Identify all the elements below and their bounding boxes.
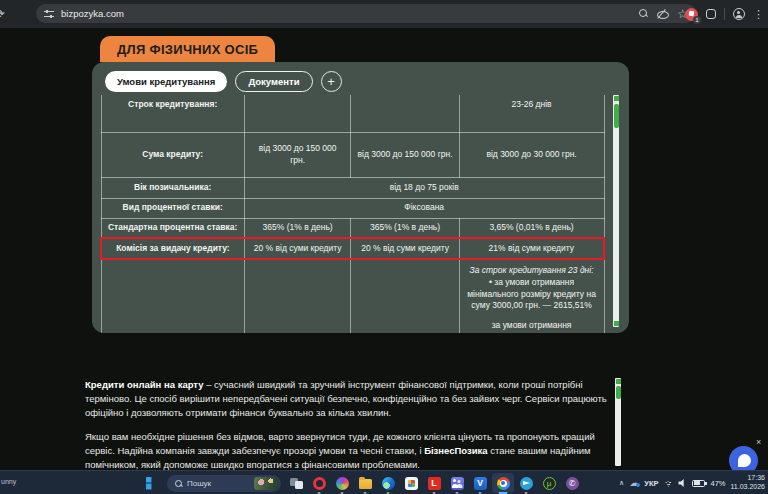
table-cell-empty (244, 95, 351, 132)
letter-v-app-icon: V (474, 477, 487, 490)
reload-icon[interactable]: ⟳ (0, 7, 9, 21)
table-cell-value: від 3000 до 150 000 грн. (351, 132, 459, 177)
search-icon (175, 480, 182, 487)
taskbar-icons: Пошук L V µ ✆ (144, 471, 580, 494)
table-row-real-rate-note: За строк кредитування 23 дні: • за умови… (101, 259, 604, 333)
taskbar-teams[interactable] (449, 475, 465, 491)
add-tab-button[interactable]: + (321, 71, 342, 92)
table-cell-value: 3,65% (0,01% в день) (459, 218, 604, 238)
table-cell-empty (351, 259, 459, 333)
scroll-down-arrow[interactable] (614, 321, 619, 326)
table-cell-span: Фіксована (244, 198, 604, 218)
taskbar-viber[interactable]: ✆ (564, 475, 580, 491)
table-cell-value: від 3000 до 150 000 грн. (244, 132, 351, 177)
taskbar-search[interactable]: Пошук (167, 475, 281, 492)
tab-credit-conditions[interactable]: Умови кредитування (105, 71, 227, 92)
viber-phone-icon: ✆ (566, 477, 579, 490)
extension-badge: 1 (693, 16, 701, 24)
tray-expand-icon[interactable]: ∧ (619, 479, 624, 487)
taskbar-vpn-app[interactable]: V (472, 475, 488, 491)
address-bar-actions: ☆ (639, 8, 688, 20)
browser-extensions-area: 1 ⋮ (685, 0, 764, 28)
search-daily-image (254, 477, 278, 490)
zoom-icon[interactable] (639, 9, 648, 18)
row-label: Сума кредиту: (101, 132, 244, 177)
article-paragraph: Якщо вам необхідне рішення без відмов, в… (85, 430, 609, 472)
scrollbar-thumb[interactable] (614, 104, 619, 128)
table-row-commission-highlighted: Комісія за видачу кредиту: 20 % від суми… (101, 238, 604, 259)
row-label: Стандартна процентна ставка: (101, 218, 244, 238)
article-brand-bold: БізнесПозика (424, 445, 487, 456)
site-settings-icon[interactable] (44, 10, 54, 18)
color-swirl-icon (336, 477, 349, 490)
scroll-up-arrow[interactable] (614, 96, 619, 101)
table-cell-empty (351, 95, 459, 132)
table-row-rate-type: Вид процентної ставки: Фіксована (101, 198, 604, 218)
search-placeholder: Пошук (187, 479, 249, 488)
letter-l-app-icon: L (428, 477, 441, 490)
table-cell-value: від 3000 до 30 000 грн. (459, 132, 604, 177)
table-cell-empty (101, 259, 244, 333)
note-footer: за умови отримання (466, 320, 598, 331)
table-cell-value: 365% (1% в день) (351, 218, 459, 238)
section-tab-individuals[interactable]: ДЛЯ ФІЗИЧНИХ ОСІБ (100, 36, 275, 62)
windows-logo-icon (146, 477, 159, 490)
table-cell-value: 23-26 днів (459, 95, 604, 132)
taskbar-telegram[interactable] (518, 475, 534, 491)
system-tray: ∧ ☁ УКР 47% 17:36 11.03.2026 (619, 471, 765, 494)
credit-conditions-table: Строк кредитування: 23-26 днів Сума кред… (100, 95, 605, 333)
language-indicator[interactable]: УКР (644, 479, 658, 488)
table-cell-note: За строк кредитування 23 дні: • за умови… (459, 259, 604, 333)
table-row-standard-rate: Стандартна процентна ставка: 365% (1% в … (101, 218, 604, 238)
taskbar-chrome-active[interactable] (495, 475, 511, 491)
article-scrollbar[interactable] (615, 378, 621, 466)
start-button[interactable] (144, 475, 160, 491)
eye-off-icon[interactable] (657, 10, 668, 18)
taskbar-store[interactable] (403, 475, 419, 491)
task-view-icon (290, 478, 303, 489)
table-row-age: Вік позичальника: від 18 до 75 років (101, 177, 604, 198)
wifi-icon[interactable] (663, 479, 673, 487)
battery-percentage: 47% (710, 479, 725, 488)
volume-icon[interactable] (678, 479, 687, 487)
scrollbar-thumb[interactable] (616, 386, 621, 399)
table-row-term: Строк кредитування: 23-26 днів (101, 95, 604, 132)
taskbar-photos-app[interactable] (334, 475, 350, 491)
panel-scrollbar[interactable] (613, 95, 619, 327)
onedrive-cloud-icon[interactable]: ☁ (629, 478, 639, 488)
adblock-extension-icon[interactable]: 1 (685, 8, 698, 21)
url-text[interactable]: bizpozyka.com (61, 8, 124, 19)
profile-avatar-icon[interactable] (733, 8, 745, 20)
clock-time: 17:36 (730, 474, 765, 483)
clock-date: 11.03.2026 (730, 483, 765, 492)
table-cell-span: від 18 до 75 років (244, 177, 604, 198)
desktop-label-fragment: unny (1, 478, 16, 485)
row-label: Комісія за видачу кредиту: (101, 238, 244, 259)
table-cell-value: 20 % від суми кредиту (351, 238, 459, 259)
extensions-icon[interactable] (706, 9, 716, 19)
taskbar-file-explorer[interactable] (357, 475, 373, 491)
table-row-amount: Сума кредиту: від 3000 до 150 000 грн. в… (101, 132, 604, 177)
battery-icon[interactable] (692, 480, 705, 487)
scroll-up-arrow[interactable] (616, 379, 621, 384)
chrome-icon (497, 477, 510, 490)
taskbar-edge[interactable] (380, 475, 396, 491)
task-view-button[interactable] (288, 475, 304, 491)
taskbar-liga-app[interactable]: L (426, 475, 442, 491)
taskbar-utorrent[interactable]: µ (541, 475, 557, 491)
conditions-table-viewport: Строк кредитування: 23-26 днів Сума кред… (100, 95, 605, 333)
browser-menu-icon[interactable]: ⋮ (753, 9, 764, 20)
table-cell-value: 21% від суми кредиту (459, 238, 604, 259)
table-cell-empty (244, 259, 351, 333)
tab-documents[interactable]: Документи (235, 71, 312, 92)
address-bar[interactable]: bizpozyka.com ☆ (36, 4, 696, 23)
browser-toolbar: ⟳ bizpozyka.com ☆ 1 ⋮ (0, 0, 768, 28)
note-title: За строк кредитування 23 дні: (466, 265, 598, 276)
utorrent-icon: µ (543, 477, 556, 490)
chat-close-icon[interactable]: × (756, 437, 761, 447)
table-cell-value: 365% (1% в день) (244, 218, 351, 238)
telegram-icon (520, 477, 533, 490)
article-lead-bold: Кредити онлайн на карту (85, 379, 204, 390)
taskbar-clock[interactable]: 17:36 11.03.2026 (730, 474, 765, 492)
taskbar-opera[interactable] (311, 475, 327, 491)
